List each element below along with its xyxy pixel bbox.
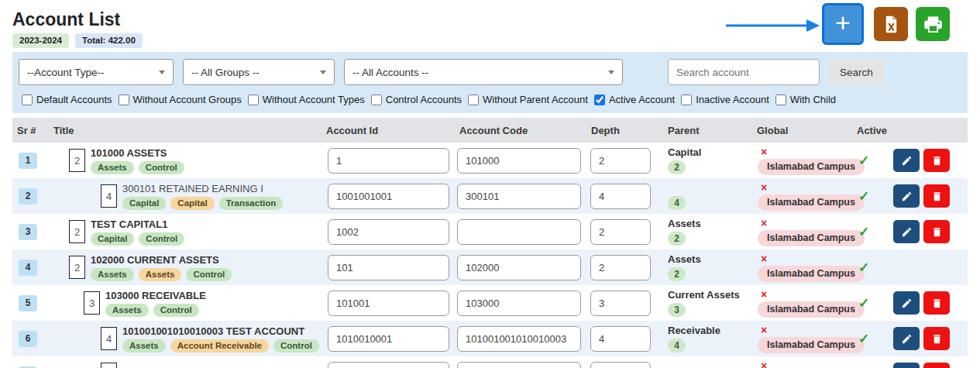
edit-button[interactable] xyxy=(893,149,920,172)
checkbox-label: Without Parent Account xyxy=(483,94,588,105)
active-check-icon: ✓ xyxy=(852,153,869,168)
account-id-input[interactable] xyxy=(328,291,449,316)
delete-button[interactable] xyxy=(923,327,950,350)
checkbox-input[interactable] xyxy=(594,95,605,105)
account-id-input[interactable] xyxy=(328,219,449,245)
filter-checkbox[interactable]: Control Accounts xyxy=(371,94,462,105)
column-header-depth: Depth xyxy=(586,125,658,136)
print-button[interactable] xyxy=(916,7,950,41)
delete-button[interactable] xyxy=(923,149,950,172)
depth-input[interactable] xyxy=(590,326,651,352)
column-header-active: Active xyxy=(852,125,883,136)
account-tags: CapitalCapitalTransaction xyxy=(122,197,283,210)
remove-global-icon[interactable]: × xyxy=(761,146,767,157)
group-select[interactable]: -- All Groups -- xyxy=(183,59,335,85)
depth-input[interactable] xyxy=(590,148,651,174)
account-code-input[interactable] xyxy=(457,255,581,280)
account-id-input[interactable] xyxy=(328,184,449,209)
depth-box: 2 xyxy=(69,256,85,279)
checkbox-input[interactable] xyxy=(371,95,382,105)
delete-button[interactable] xyxy=(923,291,950,315)
remove-global-icon[interactable]: × xyxy=(761,182,767,193)
edit-button[interactable] xyxy=(893,291,920,315)
account-title: TEST CAPITAL1 xyxy=(91,218,184,230)
depth-input[interactable] xyxy=(590,184,651,209)
account-code-input[interactable] xyxy=(457,184,581,209)
parent-name: Assets xyxy=(668,218,748,229)
parent-depth-badge: 4 xyxy=(668,196,686,210)
filter-checkbox[interactable]: Without Parent Account xyxy=(468,94,588,105)
remove-global-icon[interactable]: × xyxy=(761,253,767,264)
filter-checkbox[interactable]: Active Account xyxy=(594,94,675,105)
account-type-tag: Capital xyxy=(170,197,214,210)
filter-checkbox[interactable]: Inactive Account xyxy=(681,94,769,105)
account-type-select[interactable]: --Account Type-- xyxy=(19,59,174,85)
excel-export-button[interactable] xyxy=(874,7,908,41)
account-id-input[interactable] xyxy=(328,362,449,368)
header-bar: Account List 2023-2024 Total: 422.00 + xyxy=(0,0,980,52)
remove-global-icon[interactable]: × xyxy=(761,218,767,229)
account-id-input[interactable] xyxy=(328,148,449,174)
account-code-input[interactable] xyxy=(457,326,581,352)
depth-input[interactable] xyxy=(590,291,651,316)
sr-badge: 1 xyxy=(19,153,37,169)
pencil-icon xyxy=(901,226,913,238)
table-row: 6 4 101001001010010003 TEST ACCOUNT Asse… xyxy=(12,321,968,356)
account-id-input[interactable] xyxy=(328,326,449,352)
title-block: 4 101001001010010003 TEST ACCOUNT Assets… xyxy=(48,325,325,353)
checkbox-input[interactable] xyxy=(22,95,33,105)
add-account-button[interactable]: + xyxy=(822,3,864,45)
remove-global-icon[interactable]: × xyxy=(761,360,767,368)
parent-name: Assets xyxy=(668,253,748,265)
parent-depth-badge: 2 xyxy=(668,160,686,174)
title-block: 4 300101 RETAINED EARNING I CapitalCapit… xyxy=(48,183,325,210)
search-input[interactable] xyxy=(668,59,820,85)
filter-checkbox[interactable]: With Child xyxy=(775,94,836,105)
depth-input[interactable] xyxy=(590,255,651,280)
search-button[interactable]: Search xyxy=(829,60,884,84)
checkbox-label: Without Account Groups xyxy=(133,94,242,105)
remove-global-icon[interactable]: × xyxy=(761,325,767,335)
account-code-input[interactable] xyxy=(457,362,581,368)
title-block: 2 101000 ASSETS AssetsControl xyxy=(48,147,325,174)
account-title: 101001001010010003 TEST ACCOUNT xyxy=(122,325,319,337)
account-select-value: -- All Accounts -- xyxy=(352,67,428,78)
checkbox-input[interactable] xyxy=(681,95,692,105)
account-type-tag: Account Receivable xyxy=(170,339,269,353)
remove-global-icon[interactable]: × xyxy=(761,289,767,300)
checkbox-input[interactable] xyxy=(468,95,479,105)
trash-icon xyxy=(931,226,943,238)
active-check-icon: ✓ xyxy=(852,225,869,239)
delete-button[interactable] xyxy=(923,220,950,243)
title-block: 2 102000 CURRENT ASSETS AssetsAssetsCont… xyxy=(48,254,325,281)
column-header-account-code: Account Code xyxy=(453,125,586,136)
depth-input[interactable] xyxy=(590,219,651,245)
campus-pill: Islamabad Campus xyxy=(758,337,865,353)
edit-button[interactable] xyxy=(893,363,920,368)
account-code-input[interactable] xyxy=(457,148,581,174)
campus-pill: Islamabad Campus xyxy=(758,159,865,175)
checkbox-input[interactable] xyxy=(775,95,786,105)
account-title: 102000 CURRENT ASSETS xyxy=(91,254,232,266)
depth-input[interactable] xyxy=(590,362,651,368)
filter-checkbox[interactable]: Without Account Groups xyxy=(119,94,242,105)
filter-checkbox[interactable]: Default Accounts xyxy=(22,94,112,105)
delete-button[interactable] xyxy=(923,184,950,208)
parent-depth-badge: 2 xyxy=(668,232,686,246)
table-header-row: Sr # Title Account Id Account Code Depth… xyxy=(12,118,968,143)
checkbox-label: Default Accounts xyxy=(36,94,112,105)
edit-button[interactable] xyxy=(893,327,920,350)
checkbox-input[interactable] xyxy=(248,95,259,105)
checkbox-input[interactable] xyxy=(119,95,129,105)
account-id-input[interactable] xyxy=(328,255,449,280)
account-code-input[interactable] xyxy=(457,219,581,245)
account-code-input[interactable] xyxy=(457,291,581,316)
delete-button[interactable] xyxy=(923,363,950,368)
edit-button[interactable] xyxy=(893,184,920,208)
session-badge: 2023-2024 xyxy=(12,33,69,48)
pencil-icon xyxy=(901,155,913,167)
campus-pill: Islamabad Campus xyxy=(758,301,865,318)
filter-checkbox[interactable]: Without Account Types xyxy=(248,94,365,105)
account-select[interactable]: -- All Accounts -- xyxy=(344,59,623,85)
edit-button[interactable] xyxy=(893,220,920,243)
